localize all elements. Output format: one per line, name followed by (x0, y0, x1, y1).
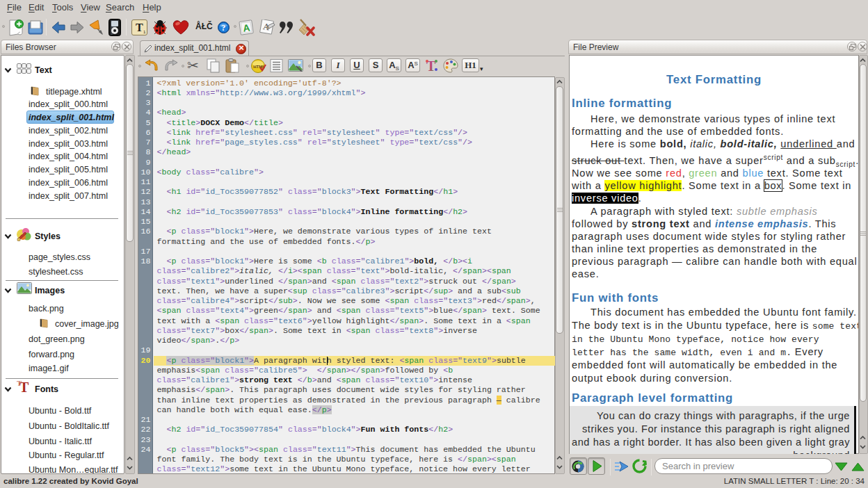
svg-text:T: T (19, 380, 29, 394)
svg-text:?: ? (221, 23, 225, 33)
svg-text:T: T (136, 22, 143, 33)
